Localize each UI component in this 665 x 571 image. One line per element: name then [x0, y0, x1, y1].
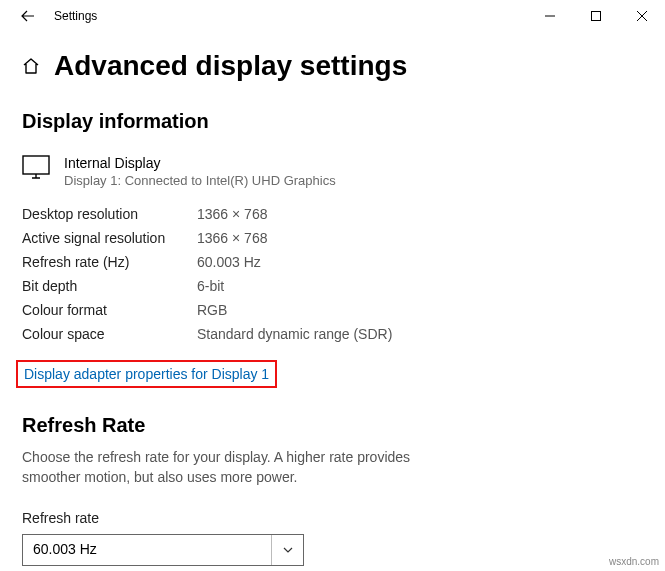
content-area: Advanced display settings Display inform… [0, 32, 665, 566]
active-resolution-value: 1366 × 768 [197, 230, 643, 246]
adapter-link-highlight: Display adapter properties for Display 1 [16, 360, 277, 388]
refresh-rate-description: Choose the refresh rate for your display… [22, 447, 452, 488]
colour-space-value: Standard dynamic range (SDR) [197, 326, 643, 342]
refresh-rate-field-label: Refresh rate [22, 510, 643, 526]
watermark: wsxdn.com [609, 556, 659, 567]
desktop-resolution-label: Desktop resolution [22, 206, 197, 222]
bit-depth-value: 6-bit [197, 278, 643, 294]
back-button[interactable] [8, 0, 48, 32]
refresh-rate-label: Refresh rate (Hz) [22, 254, 197, 270]
svg-rect-0 [592, 12, 601, 21]
colour-format-value: RGB [197, 302, 643, 318]
svg-rect-1 [23, 156, 49, 174]
monitor-icon [22, 155, 50, 179]
refresh-rate-value: 60.003 Hz [197, 254, 643, 270]
titlebar: Settings [0, 0, 665, 32]
colour-format-label: Colour format [22, 302, 197, 318]
minimize-icon [545, 11, 555, 21]
bit-depth-label: Bit depth [22, 278, 197, 294]
display-info-header: Internal Display Display 1: Connected to… [22, 155, 643, 188]
page-title: Advanced display settings [54, 50, 407, 82]
desktop-resolution-value: 1366 × 768 [197, 206, 643, 222]
maximize-button[interactable] [573, 0, 619, 32]
display-connection: Display 1: Connected to Intel(R) UHD Gra… [64, 173, 336, 188]
display-adapter-link[interactable]: Display adapter properties for Display 1 [24, 366, 269, 382]
window-controls [527, 0, 665, 32]
maximize-icon [591, 11, 601, 21]
home-icon[interactable] [22, 57, 40, 75]
refresh-rate-selected: 60.003 Hz [23, 535, 271, 565]
display-properties-grid: Desktop resolution 1366 × 768 Active sig… [22, 206, 643, 342]
display-name: Internal Display [64, 155, 336, 171]
chevron-down-icon [282, 544, 294, 556]
refresh-rate-dropdown[interactable]: 60.003 Hz [22, 534, 304, 566]
page-header: Advanced display settings [22, 50, 643, 82]
window-title: Settings [48, 9, 527, 23]
display-info-heading: Display information [22, 110, 643, 133]
colour-space-label: Colour space [22, 326, 197, 342]
dropdown-arrow [271, 535, 303, 565]
refresh-rate-section: Refresh Rate Choose the refresh rate for… [22, 414, 643, 566]
active-resolution-label: Active signal resolution [22, 230, 197, 246]
close-icon [637, 11, 647, 21]
back-arrow-icon [20, 8, 36, 24]
minimize-button[interactable] [527, 0, 573, 32]
refresh-rate-heading: Refresh Rate [22, 414, 643, 437]
close-button[interactable] [619, 0, 665, 32]
